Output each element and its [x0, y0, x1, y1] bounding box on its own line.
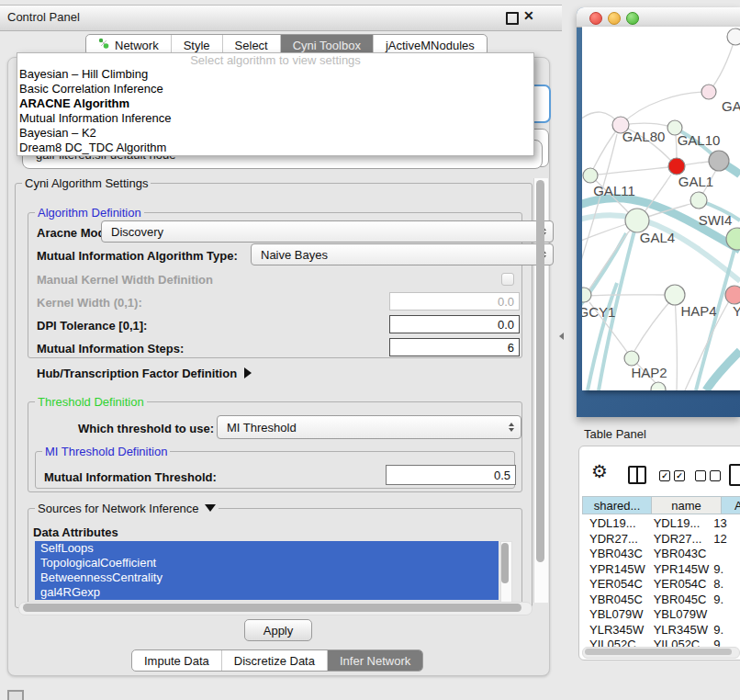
minimized-panel-icon[interactable] — [7, 690, 24, 700]
node-label: GAL — [722, 98, 740, 114]
close-icon[interactable]: ✕ — [523, 8, 534, 23]
data-attributes-label: Data Attributes — [33, 525, 118, 539]
network-node[interactable] — [665, 285, 685, 305]
sources-legend[interactable]: Sources for Network Inference — [35, 502, 219, 515]
network-node[interactable] — [651, 382, 666, 390]
tab-network-label: Network — [115, 39, 159, 52]
network-node[interactable] — [624, 351, 639, 366]
table-row[interactable]: YBR045CYBR045C9. — [582, 593, 740, 608]
network-node[interactable] — [582, 288, 591, 302]
table-row[interactable]: YBR043CYBR043C — [582, 547, 740, 562]
table-row[interactable]: YPR145WYPR145W9. — [582, 562, 740, 578]
kernel-width-field[interactable] — [389, 292, 520, 310]
table-cell: 8. — [710, 577, 740, 593]
table-cell: 9. — [710, 623, 740, 638]
window-zoom-icon[interactable] — [626, 12, 639, 25]
table-cell: YBR045C — [582, 593, 646, 608]
tab-discretize-data[interactable]: Discretize Data — [221, 650, 327, 671]
table-row[interactable]: YBL079WYBL079W — [582, 607, 740, 623]
attribute-list-item[interactable]: SelfLoops — [35, 541, 499, 556]
table-cell: YBL079W — [646, 607, 711, 623]
network-node[interactable] — [701, 85, 716, 99]
manual-kernel-width-label: Manual Kernel Width Definition — [37, 273, 213, 287]
table-body: YDL19...YDL19...13YDR27...YDR27...12YBR0… — [582, 516, 740, 648]
aracne-mode-combobox[interactable]: Discovery — [101, 220, 554, 243]
algorithm-menu-item[interactable]: Bayesian – K2 — [17, 126, 533, 141]
table-cell: 13 — [710, 516, 740, 532]
mi-steps-field[interactable] — [389, 338, 520, 356]
table-cell: YER054C — [582, 577, 646, 593]
table-cell: YLR345W — [646, 623, 711, 638]
network-node[interactable] — [709, 151, 729, 171]
node-label: GAL4 — [640, 230, 675, 245]
dpi-tolerance-field[interactable] — [389, 315, 520, 333]
node-label: GAL80 — [622, 129, 666, 144]
mi-algorithm-type-label: Mutual Information Algorithm Type: — [37, 249, 238, 263]
which-threshold-combobox[interactable]: MI Threshold — [217, 415, 521, 439]
pane-splitter-arrow-icon[interactable] — [559, 333, 564, 340]
algorithm-menu-item[interactable]: Mutual Information Inference — [17, 111, 533, 126]
attributes-list-scrollbar-thumb[interactable] — [501, 543, 509, 583]
table-cell: YDL19... — [646, 516, 711, 532]
mi-threshold-field[interactable] — [386, 465, 516, 485]
select-all-checked-icon[interactable]: ✓✓ — [659, 470, 685, 481]
tab-style-label: Style — [184, 39, 210, 52]
algorithm-menu-item[interactable]: ARACNE Algorithm — [17, 96, 533, 111]
algorithm-menu-item[interactable]: Basic Correlation Inference — [17, 82, 533, 96]
tab-infer-network[interactable]: Infer Network — [327, 650, 422, 671]
table-row[interactable]: YDR27...YDR27...12 — [582, 532, 740, 548]
network-canvas[interactable]: GALGAL80GAL10GAL1GAL11GAL4SWI4GCY1HAP4YH… — [582, 27, 740, 390]
tab-impute-data[interactable]: Impute Data — [132, 650, 221, 671]
node-label: SWI4 — [699, 212, 733, 228]
network-node[interactable] — [725, 286, 740, 304]
algorithm-menu-item[interactable]: Dream8 DC_TDC Algorithm — [17, 141, 533, 155]
tab-infer-network-label: Infer Network — [340, 654, 410, 668]
node-label: Y — [733, 303, 740, 319]
cyni-algorithm-settings-legend: Cyni Algorithm Settings — [22, 176, 151, 190]
select-none-icon[interactable] — [695, 470, 721, 481]
column-header-partial[interactable]: A — [722, 496, 740, 514]
table-cell: YBL079W — [582, 607, 646, 623]
attribute-list-item[interactable]: gal4RGexp — [35, 585, 499, 600]
attribute-list-item[interactable]: BetweennessCentrality — [35, 570, 499, 585]
dpi-tolerance-label: DPI Tolerance [0,1]: — [37, 319, 147, 333]
threshold-definition-legend: Threshold Definition — [35, 395, 147, 409]
table-row[interactable]: YLR345WYLR345W9. — [582, 623, 740, 638]
table-row[interactable]: YER054CYER054C8. — [582, 577, 740, 593]
table-cell — [710, 607, 740, 623]
settings-horizontal-scrollbar-thumb[interactable] — [23, 604, 521, 612]
column-layout-icon[interactable] — [628, 466, 646, 484]
hub-transcription-factor-expander[interactable]: Hub/Transcription Factor Definition — [37, 367, 252, 380]
table-horizontal-scrollbar-thumb[interactable] — [585, 649, 732, 655]
node-label: GAL11 — [593, 183, 635, 198]
which-threshold-label: Which threshold to use: — [78, 422, 214, 435]
network-node[interactable] — [583, 168, 598, 183]
column-header-shared-name[interactable]: shared... — [582, 496, 652, 514]
window-close-icon[interactable] — [589, 12, 602, 25]
window-minimize-icon[interactable] — [608, 12, 621, 25]
manual-kernel-width-checkbox[interactable] — [501, 273, 514, 286]
network-node[interactable] — [668, 158, 685, 175]
tab-jactivemnodules-label: jActiveMNodules — [386, 39, 475, 52]
table-row[interactable]: YDL19...YDL19...13 — [582, 516, 740, 532]
mi-algorithm-type-combobox[interactable]: Naive Bayes — [251, 243, 554, 265]
table-cell: YER054C — [646, 577, 711, 593]
table-cell: 9. — [710, 593, 740, 608]
sources-legend-label: Sources for Network Inference — [38, 502, 199, 515]
table-cell — [710, 547, 740, 562]
table-header-row: shared... name A — [582, 496, 740, 516]
table-settings-gear-icon[interactable]: ⚙ — [591, 462, 608, 480]
table-cell: 12 — [710, 532, 740, 548]
node-label: GCY1 — [582, 304, 615, 320]
algorithm-menu-item[interactable]: Bayesian – Hill Climbing — [17, 67, 533, 82]
float-window-icon[interactable] — [506, 12, 519, 25]
apply-button[interactable]: Apply — [244, 619, 312, 641]
collapse-down-icon — [205, 504, 216, 512]
network-node[interactable] — [690, 192, 707, 209]
attribute-list-item[interactable]: TopologicalCoefficient — [35, 556, 499, 570]
network-node[interactable] — [727, 28, 740, 45]
settings-vertical-scrollbar-thumb[interactable] — [536, 180, 544, 562]
column-header-name[interactable]: name — [652, 496, 722, 514]
table-cell: YBR045C — [646, 593, 711, 608]
document-icon[interactable] — [729, 464, 740, 486]
